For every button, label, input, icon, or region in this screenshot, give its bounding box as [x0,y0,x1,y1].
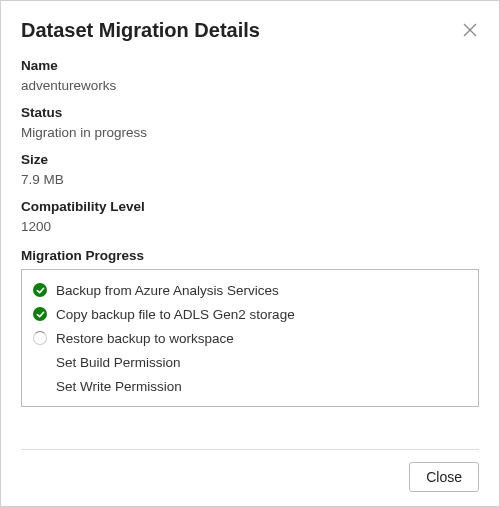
progress-step-label: Set Write Permission [56,379,182,394]
field-compat: Compatibility Level 1200 [21,199,479,234]
pending-icon [32,378,48,394]
field-size-label: Size [21,152,479,167]
field-status-label: Status [21,105,479,120]
footer-divider [21,449,479,450]
checkmark-icon [32,282,48,298]
field-size: Size 7.9 MB [21,152,479,187]
progress-step: Restore backup to workspace [32,326,468,350]
field-status: Status Migration in progress [21,105,479,140]
progress-section-label: Migration Progress [21,248,479,263]
progress-step-label: Copy backup file to ADLS Gen2 storage [56,307,295,322]
progress-step: Backup from Azure Analysis Services [32,278,468,302]
progress-step: Set Build Permission [32,350,468,374]
dialog-header: Dataset Migration Details [21,19,479,42]
checkmark-icon [32,306,48,322]
dialog-footer: Close [21,462,479,492]
field-size-value: 7.9 MB [21,172,479,187]
progress-step-label: Set Build Permission [56,355,181,370]
spinner-icon [32,330,48,346]
field-name-label: Name [21,58,479,73]
field-compat-label: Compatibility Level [21,199,479,214]
progress-step-label: Restore backup to workspace [56,331,234,346]
close-button[interactable]: Close [409,462,479,492]
progress-box: Backup from Azure Analysis Services Copy… [21,269,479,407]
field-status-value: Migration in progress [21,125,479,140]
migration-details-dialog: Dataset Migration Details Name adventure… [0,0,500,507]
progress-step-label: Backup from Azure Analysis Services [56,283,279,298]
field-name-value: adventureworks [21,78,479,93]
close-icon[interactable] [463,23,477,37]
dialog-title: Dataset Migration Details [21,19,260,42]
progress-step: Copy backup file to ADLS Gen2 storage [32,302,468,326]
field-compat-value: 1200 [21,219,479,234]
progress-step: Set Write Permission [32,374,468,398]
pending-icon [32,354,48,370]
field-name: Name adventureworks [21,58,479,93]
